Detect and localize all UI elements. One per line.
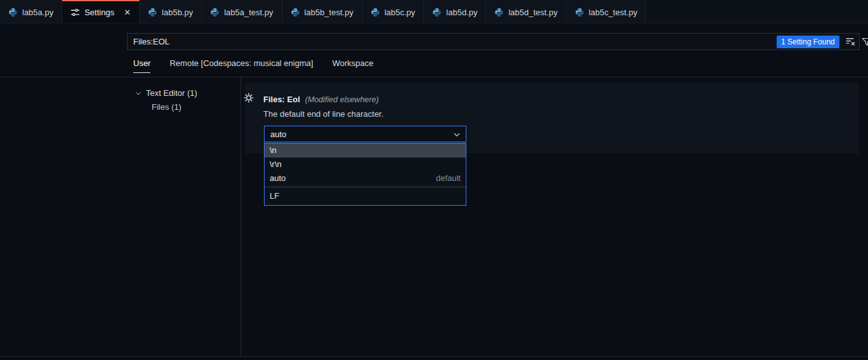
default-option-badge: default [436,171,461,185]
eol-select-value: auto [270,130,286,139]
python-icon [575,8,584,17]
statusbar-edge [0,357,868,360]
tab-label: lab5c_test.py [589,8,638,17]
toc-item-label: Files (1) [152,102,181,112]
tab-label: lab5d.py [446,8,477,17]
tab-lab5a-test-py[interactable]: lab5a_test.py [202,0,282,23]
tab-lab5d-py[interactable]: lab5d.py [424,0,486,23]
toc-item-files[interactable]: Files (1) [152,102,181,112]
python-icon [8,8,18,17]
scope-tab-user[interactable]: User [133,58,150,73]
setting-title: Files: Eol(Modified elsewhere) [263,95,379,104]
tab-label: lab5c.py [385,8,415,17]
tab-label: lab5a_test.py [224,8,273,17]
tab-lab5c-test-py[interactable]: lab5c_test.py [567,0,647,23]
tab-lab5b-py[interactable]: lab5b.py [140,0,202,23]
tab-label: Settings [84,8,114,17]
filter-icon[interactable] [862,37,868,47]
tab-lab5b-test-py[interactable]: lab5b_test.py [282,0,362,23]
clear-search-results-icon[interactable] [845,36,856,47]
gear-icon[interactable] [244,93,254,103]
tab-lab5c-py[interactable]: lab5c.py [362,0,424,23]
chevron-down-icon [452,130,461,141]
editor-tab-bar: lab5a.py Settings ✕ lab5b.py [0,0,868,23]
eol-select-dropdown: \n \r\n auto default LF [264,143,466,206]
eol-select[interactable]: auto [264,126,466,142]
python-icon [494,8,504,17]
python-icon [291,8,300,17]
dropdown-option-lf-escape[interactable]: \n [265,143,466,157]
python-icon [210,8,220,17]
tab-label: lab5b_test.py [305,8,353,17]
toc-item-label: Text Editor (1) [146,88,197,98]
tab-label: lab5b.py [162,8,193,17]
scope-tab-remote[interactable]: Remote [Codespaces: musical enigma] [169,58,313,73]
close-icon[interactable]: ✕ [124,8,131,17]
python-icon [432,8,442,17]
settings-scope-tabs: User Remote [Codespaces: musical enigma]… [133,58,373,73]
search-controls: 1 Setting Found [777,35,868,48]
tab-label: lab5a.py [22,8,53,17]
settings-header-divider [0,77,868,77]
vscode-window: lab5a.py Settings ✕ lab5b.py [0,0,868,360]
modified-elsewhere-note: (Modified elsewhere) [305,95,379,104]
chevron-down-icon [135,90,142,97]
dropdown-option-auto[interactable]: auto default [265,171,466,185]
toc-item-text-editor[interactable]: Text Editor (1) [135,88,197,98]
tab-lab5d-test-py[interactable]: lab5d_test.py [486,0,566,23]
tab-label: lab5d_test.py [508,8,557,17]
tab-lab5a-py[interactable]: lab5a.py [0,0,62,23]
scope-tab-workspace[interactable]: Workspace [332,58,374,73]
settings-count-badge: 1 Setting Found [777,36,839,48]
setting-title-text: Files: Eol [263,95,300,104]
dropdown-option-description: LF [265,187,466,205]
dropdown-option-crlf-escape[interactable]: \r\n [265,157,466,171]
settings-search-input[interactable] [127,33,860,50]
toc-settings-divider [240,77,241,356]
settings-sliders-icon [70,8,80,17]
tab-settings[interactable]: Settings ✕ [62,0,140,23]
python-icon [148,8,157,17]
setting-description: The default end of line character. [263,109,383,119]
python-icon [371,8,380,17]
